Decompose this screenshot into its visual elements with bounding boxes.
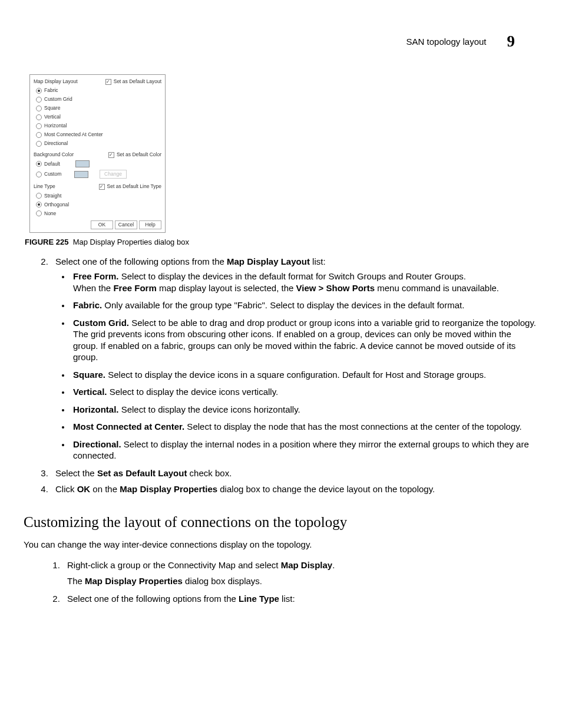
layout-radio-fabric[interactable] [36, 88, 42, 94]
default-color-swatch [75, 160, 90, 167]
ok-button[interactable]: OK [91, 220, 113, 229]
opt-horizontal: Horizontal. Select to display the device… [71, 404, 538, 416]
set-default-layout-checkbox[interactable] [105, 79, 111, 85]
figure-caption: FIGURE 225 Map Display Properties dialog… [25, 238, 538, 248]
layout-radio-custom-grid[interactable] [36, 97, 42, 103]
opt-fabric: Fabric. Only available for the group typ… [71, 299, 538, 311]
step-3: Select the Set as Default Layout check b… [51, 467, 538, 479]
opt-free-form: Free Form. Select to display the devices… [71, 271, 538, 294]
layout-radio-horizontal[interactable] [36, 123, 42, 129]
set-default-layout-label: Set as Default Layout [114, 78, 161, 85]
opt-square: Square. Select to display the device ico… [71, 369, 538, 381]
cancel-button[interactable]: Cancel [115, 220, 137, 229]
procedure-steps: Select one of the following options from… [24, 256, 538, 495]
step-4: Click OK on the Map Display Properties d… [51, 483, 538, 495]
set-default-linetype-checkbox[interactable] [99, 184, 105, 190]
set-default-linetype-label: Set as Default Line Type [107, 183, 161, 190]
procedure-steps-2: Right-click a group or the Connectivity … [24, 559, 538, 605]
linetype-radio-none[interactable] [36, 210, 42, 216]
layout-radio-square[interactable] [36, 106, 42, 111]
linetype-radio-straight[interactable] [36, 193, 42, 199]
custom-color-swatch [74, 171, 88, 178]
step-2: Select one of the following options from… [51, 256, 538, 462]
s2-step-1: Right-click a group or the Connectivity … [62, 559, 538, 587]
bgcolor-radio-custom[interactable] [36, 172, 42, 177]
map-display-properties-dialog: Map Display Layout Set as Default Layout… [29, 74, 166, 233]
layout-radio-vertical[interactable] [36, 114, 42, 120]
change-color-button[interactable]: Change [100, 170, 127, 179]
layout-radio-directional[interactable] [36, 141, 42, 147]
bgcolor-radio-default[interactable] [36, 161, 42, 167]
layout-section-title: Map Display Layout [34, 78, 78, 85]
linetype-section-title: Line Type [34, 183, 55, 190]
bgcolor-section-title: Background Color [34, 151, 74, 158]
opt-directional: Directional. Select to display the inter… [71, 439, 538, 462]
s2-step-2: Select one of the following options from… [62, 593, 538, 605]
section-intro: You can change the way inter-device conn… [24, 539, 538, 551]
help-button[interactable]: Help [139, 220, 161, 229]
set-default-color-label: Set as Default Color [117, 151, 161, 158]
page-header: SAN topology layout 9 [24, 32, 538, 51]
opt-vertical: Vertical. Select to display the device i… [71, 386, 538, 398]
set-default-color-checkbox[interactable] [108, 152, 114, 158]
chapter-number: 9 [507, 32, 515, 51]
opt-custom-grid: Custom Grid. Select to be able to drag a… [71, 317, 538, 363]
section-title: Customizing the layout of connections on… [24, 513, 538, 532]
linetype-radio-orthogonal[interactable] [36, 202, 42, 207]
layout-radio-most-connected[interactable] [36, 132, 42, 138]
header-title: SAN topology layout [406, 37, 487, 47]
opt-most-connected: Most Connected at Center. Select to disp… [71, 421, 538, 433]
